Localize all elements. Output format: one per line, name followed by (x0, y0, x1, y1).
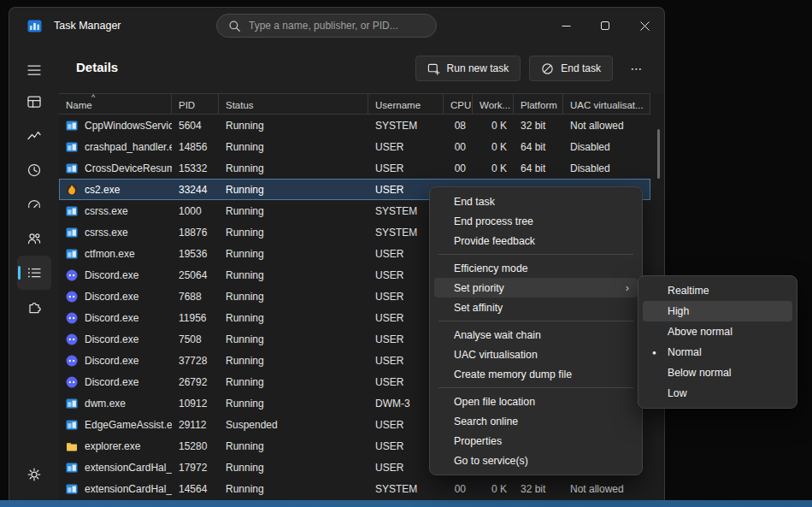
menu-item-efficiency-mode[interactable]: Efficiency mode (434, 258, 638, 278)
users-icon (26, 231, 42, 246)
navigation-menu-button[interactable] (17, 56, 51, 84)
menu-separator (438, 254, 633, 255)
cell-status: Running (219, 312, 368, 324)
process-name: Discord.exe (85, 333, 138, 345)
maximize-button[interactable] (585, 8, 625, 44)
process-name: ctfmon.exe (85, 248, 135, 260)
submenu-arrow-icon: › (626, 281, 629, 294)
submenu-item-low[interactable]: Low (643, 383, 792, 404)
sidebar-item-app-history[interactable] (17, 153, 51, 187)
process-name: csrss.exe (85, 227, 128, 239)
submenu-item-above-normal[interactable]: Above normal (643, 321, 792, 342)
task-manager-app-icon (27, 19, 42, 33)
submenu-item-realtime[interactable]: Realtime (643, 280, 792, 301)
table-row[interactable]: CrossDeviceResum...15332RunningUSER000 K… (59, 157, 650, 179)
search-box[interactable] (216, 14, 437, 38)
end-task-button[interactable]: End task (529, 56, 613, 81)
cell-uac: Not allowed (563, 483, 650, 495)
menu-item-set-affinity[interactable]: Set affinity (434, 298, 638, 317)
sidebar-item-processes[interactable] (17, 85, 51, 119)
column-header-label: Username (375, 100, 421, 110)
discord-icon (66, 376, 78, 388)
submenu-item-below-normal[interactable]: Below normal (643, 363, 792, 383)
sidebar-item-details[interactable] (17, 256, 51, 290)
menu-item-go-to-service-s[interactable]: Go to service(s) (434, 451, 638, 470)
toolbar: Run new task End task ⋯ (415, 56, 652, 81)
menu-item-end-process-tree[interactable]: End process tree (434, 211, 638, 231)
menu-item-open-file-location[interactable]: Open file location (434, 392, 638, 411)
close-button[interactable] (625, 8, 664, 44)
menu-item-label: Provide feedback (454, 235, 535, 247)
search-input[interactable] (249, 20, 425, 32)
desktop: Task Manager (0, 0, 812, 507)
menu-item-analyse-wait-chain[interactable]: Analyse wait chain (434, 325, 638, 345)
cell-status: Running (219, 376, 368, 388)
menu-item-set-priority[interactable]: Set priority› (434, 278, 638, 298)
cell-status: Running (219, 248, 368, 260)
menu-item-end-task[interactable]: End task (434, 192, 638, 211)
sidebar-item-performance[interactable] (17, 119, 51, 153)
cell-working-set: 0 K (473, 120, 514, 132)
app-icon (66, 227, 78, 239)
table-row[interactable]: CppWindowsServic...5604RunningSYSTEM080 … (59, 115, 650, 136)
cell-working-set: 0 K (473, 483, 514, 495)
menu-separator (438, 387, 633, 388)
cell-username: USER (368, 141, 444, 153)
cell-name: ctfmon.exe (59, 248, 172, 260)
cell-platform: 32 bit (514, 483, 563, 495)
process-name: extensionCardHal_... (85, 462, 172, 474)
settings-gear-icon (26, 467, 42, 482)
cell-working-set: 0 K (473, 162, 514, 174)
minimize-button[interactable] (546, 8, 585, 44)
menu-item-properties[interactable]: Properties (434, 431, 638, 451)
column-header-username[interactable]: Username (368, 94, 444, 114)
app-icon (66, 120, 78, 132)
column-header-pid[interactable]: PID (172, 94, 219, 114)
menu-item-search-online[interactable]: Search online (434, 411, 638, 431)
discord-icon (66, 291, 78, 303)
process-name: dwm.exe (85, 398, 126, 410)
sidebar-item-settings[interactable] (17, 459, 51, 490)
cell-status: Running (219, 120, 368, 132)
window-title: Task Manager (54, 20, 121, 32)
column-header-work[interactable]: Work... (473, 94, 514, 114)
process-name: Discord.exe (85, 269, 138, 281)
run-new-task-button[interactable]: Run new task (415, 56, 521, 81)
cell-name: Discord.exe (59, 355, 172, 367)
cell-name: EdgeGameAssist.exe (59, 419, 172, 431)
cell-pid: 1000 (172, 205, 219, 217)
column-header-label: PID (179, 100, 195, 110)
sort-ascending-icon: ^ (91, 94, 95, 102)
table-row[interactable]: crashpad_handler.e...14856RunningUSER000… (59, 136, 650, 157)
menu-item-create-memory-dump-file[interactable]: Create memory dump file (434, 364, 638, 384)
column-header-name[interactable]: Name^ (59, 94, 172, 114)
submenu-item-normal[interactable]: ●Normal (643, 342, 792, 363)
cell-status: Running (219, 398, 368, 410)
column-header-platform[interactable]: Platform (514, 94, 563, 114)
process-name: Discord.exe (85, 291, 138, 303)
sidebar-item-users[interactable] (17, 221, 51, 256)
cell-working-set: 0 K (473, 141, 514, 153)
column-header-uac-virtualisat[interactable]: UAC virtualisat... (563, 94, 650, 114)
details-icon (26, 265, 42, 280)
cell-status: Running (219, 483, 368, 495)
submenu-item-label: Normal (668, 346, 702, 358)
sidebar-item-startup-apps[interactable] (17, 187, 51, 221)
menu-item-label: Properties (454, 435, 502, 447)
submenu-item-high[interactable]: High (643, 301, 792, 321)
vertical-scrollbar-thumb[interactable] (657, 129, 660, 179)
cell-status: Running (219, 141, 368, 153)
menu-item-uac-virtualisation[interactable]: UAC virtualisation (434, 345, 638, 364)
menu-item-provide-feedback[interactable]: Provide feedback (434, 231, 638, 251)
cell-username: USER (368, 162, 444, 174)
table-row[interactable]: extensionCardHal_...14564RunningSYSTEM00… (59, 478, 650, 499)
more-options-button[interactable]: ⋯ (621, 56, 652, 81)
cell-pid: 14856 (172, 141, 219, 153)
taskbar-edge (0, 500, 812, 507)
menu-item-label: Analyse wait chain (454, 329, 541, 341)
column-header-cpu[interactable]: CPU (444, 94, 473, 114)
context-menu: End taskEnd process treeProvide feedback… (429, 186, 643, 475)
cell-cpu: 08 (444, 120, 473, 132)
sidebar-item-services[interactable] (17, 290, 51, 324)
column-header-status[interactable]: Status (219, 94, 368, 114)
